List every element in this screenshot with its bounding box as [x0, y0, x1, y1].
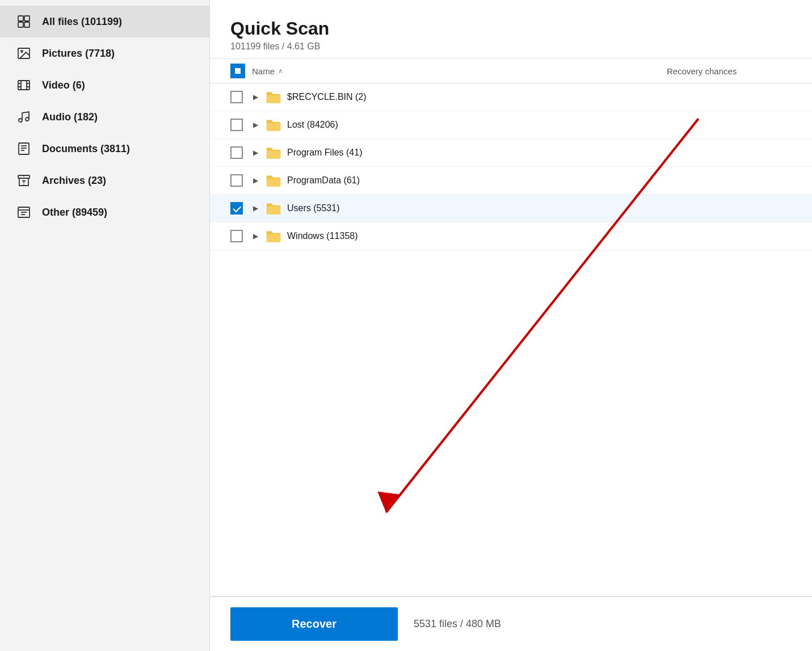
- sidebar-label-video: Video (6): [42, 79, 85, 91]
- svg-point-5: [21, 51, 23, 52]
- sidebar-label-pictures: Pictures (7718): [42, 48, 115, 60]
- expand-arrow-icon[interactable]: ▶: [250, 119, 261, 131]
- file-checkbox-program-data[interactable]: [230, 174, 243, 187]
- svg-rect-1: [24, 16, 30, 21]
- bottom-bar: Recover 5531 files / 480 MB: [210, 596, 812, 651]
- main-panel: Quick Scan 101199 files / 4.61 GB Name ∧…: [210, 0, 812, 651]
- sidebar-item-pictures[interactable]: Pictures (7718): [0, 37, 209, 69]
- file-checkbox-users[interactable]: [230, 202, 243, 215]
- file-row[interactable]: ▶ Lost (84206): [210, 111, 812, 139]
- file-count-subtitle: 101199 files / 4.61 GB: [230, 41, 792, 52]
- other-icon: [16, 204, 32, 220]
- file-list-header: Name ∧ Recovery chances: [210, 59, 812, 83]
- sidebar-label-documents: Documents (3811): [42, 143, 130, 155]
- file-checkbox-program-files[interactable]: [230, 146, 243, 159]
- file-name-recycle-bin: $RECYCLE.BIN (2): [287, 92, 792, 102]
- folder-icon: [266, 228, 281, 244]
- select-all-checkbox[interactable]: [230, 64, 245, 78]
- folder-icon: [266, 173, 281, 188]
- archive-icon: [16, 173, 32, 188]
- file-row[interactable]: ▶ ProgramData (61): [210, 167, 812, 195]
- file-row[interactable]: ▶ Users (5531): [210, 195, 812, 222]
- file-name-program-data: ProgramData (61): [287, 175, 792, 186]
- sidebar-label-all-files: All files (101199): [42, 16, 122, 28]
- sidebar-item-other[interactable]: Other (89459): [0, 196, 209, 228]
- main-header: Quick Scan 101199 files / 4.61 GB: [210, 0, 812, 59]
- file-name-lost: Lost (84206): [287, 120, 792, 130]
- sidebar-item-documents[interactable]: Documents (3811): [0, 133, 209, 165]
- file-name-program-files: Program Files (41): [287, 148, 792, 158]
- sidebar-item-all-files[interactable]: All files (101199): [0, 6, 209, 37]
- recover-button[interactable]: Recover: [230, 607, 398, 641]
- file-name-windows: Windows (11358): [287, 231, 792, 241]
- film-icon: [16, 77, 32, 93]
- sidebar-label-archives: Archives (23): [42, 175, 106, 187]
- sidebar: All files (101199) Pictures (7718) Video: [0, 0, 210, 651]
- sidebar-item-archives[interactable]: Archives (23): [0, 165, 209, 196]
- sort-arrow-icon: ∧: [278, 67, 283, 75]
- sidebar-item-audio[interactable]: Audio (182): [0, 101, 209, 133]
- svg-marker-28: [377, 492, 400, 513]
- sidebar-item-video[interactable]: Video (6): [0, 69, 209, 101]
- folder-icon: [266, 145, 281, 161]
- folder-icon: [266, 89, 281, 105]
- expand-arrow-icon[interactable]: ▶: [250, 91, 261, 103]
- file-name-users: Users (5531): [287, 203, 792, 213]
- svg-rect-0: [18, 16, 23, 21]
- expand-arrow-icon[interactable]: ▶: [250, 147, 261, 158]
- file-row[interactable]: ▶ $RECYCLE.BIN (2): [210, 83, 812, 111]
- svg-point-14: [26, 117, 29, 121]
- expand-arrow-icon[interactable]: ▶: [250, 175, 261, 186]
- file-row[interactable]: ▶ Program Files (41): [210, 139, 812, 167]
- column-recovery: Recovery chances: [667, 66, 792, 76]
- column-name: Name ∧: [252, 66, 667, 76]
- recover-info: 5531 files / 480 MB: [414, 618, 501, 630]
- svg-rect-15: [19, 143, 29, 154]
- svg-point-13: [19, 119, 22, 122]
- file-checkbox-recycle-bin[interactable]: [230, 91, 243, 103]
- file-list-container: Name ∧ Recovery chances ▶ $RECYCLE.BIN (…: [210, 59, 812, 596]
- image-icon: [16, 45, 32, 61]
- sidebar-label-other: Other (89459): [42, 207, 107, 219]
- file-checkbox-lost[interactable]: [230, 119, 243, 131]
- page-title: Quick Scan: [230, 18, 792, 39]
- svg-rect-2: [18, 22, 23, 27]
- sidebar-label-audio: Audio (182): [42, 111, 98, 123]
- folder-icon: [266, 200, 281, 216]
- grid-icon: [16, 14, 32, 30]
- svg-rect-3: [24, 22, 30, 27]
- expand-arrow-icon[interactable]: ▶: [250, 203, 261, 214]
- document-icon: [16, 141, 32, 157]
- svg-rect-6: [18, 81, 30, 90]
- file-row[interactable]: ▶ Windows (11358): [210, 222, 812, 250]
- folder-icon: [266, 117, 281, 133]
- expand-arrow-icon[interactable]: ▶: [250, 230, 261, 242]
- file-checkbox-windows[interactable]: [230, 230, 243, 242]
- audio-icon: [16, 109, 32, 125]
